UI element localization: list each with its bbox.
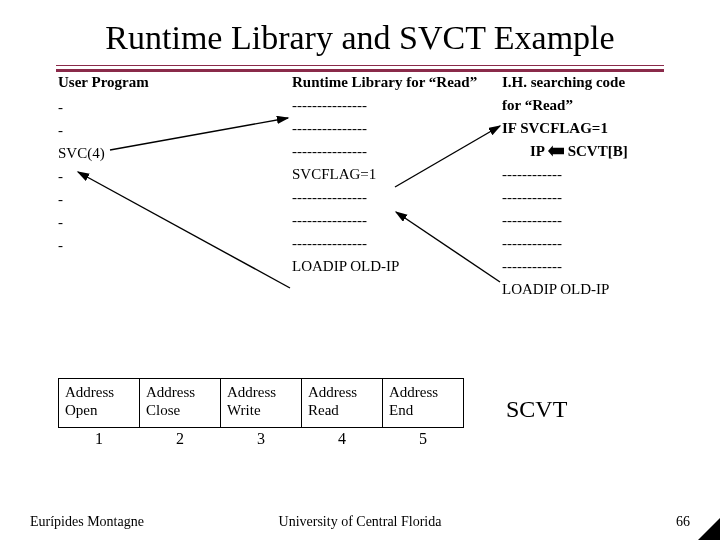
jump-prefix: IP <box>530 143 548 159</box>
ih-header: I.H. searching code <box>502 72 702 93</box>
index: 3 <box>220 430 302 448</box>
code-line: - <box>58 235 228 256</box>
ip-scvt-jump: IP SCVT[B] <box>502 141 702 162</box>
loadip-old-ip: LOADIP OLD-IP <box>502 279 702 300</box>
index: 4 <box>301 430 383 448</box>
scvt-indices: 1 2 3 4 5 <box>58 430 464 448</box>
code-line: - <box>58 212 228 233</box>
code-line: ------------ <box>502 164 702 185</box>
main-content: User Program - - SVC(4) - - - - Runtime … <box>0 72 720 88</box>
user-program-column: User Program - - SVC(4) - - - - <box>58 72 228 258</box>
scvt-cell-close: AddressClose <box>139 378 221 428</box>
code-line: - <box>58 120 228 141</box>
author-name: Eurípides Montagne <box>30 514 144 530</box>
code-line: --------------- <box>292 95 492 116</box>
code-line: --------------- <box>292 141 492 162</box>
scvt-cell-read: AddressRead <box>301 378 383 428</box>
left-arrow-icon <box>548 144 564 158</box>
code-line: ------------ <box>502 256 702 277</box>
loadip-old-ip: LOADIP OLD-IP <box>292 256 492 277</box>
ih-searching-column: I.H. searching code for “Read” IF SVCFLA… <box>502 72 702 302</box>
code-line: - <box>58 97 228 118</box>
scvt-table: AddressOpen AddressClose AddressWrite Ad… <box>58 378 464 428</box>
code-line: ------------ <box>502 210 702 231</box>
scvt-cell-write: AddressWrite <box>220 378 302 428</box>
page-number: 66 <box>676 514 690 530</box>
scvt-cell-end: AddressEnd <box>382 378 464 428</box>
index: 5 <box>382 430 464 448</box>
code-line: --------------- <box>292 210 492 231</box>
if-svcflag: IF SVCFLAG=1 <box>502 118 702 139</box>
code-line: --------------- <box>292 233 492 254</box>
svcflag-set: SVCFLAG=1 <box>292 164 492 185</box>
ih-sub: for “Read” <box>502 95 702 116</box>
scvt-label: SCVT <box>506 396 567 423</box>
jump-suffix: SCVT[B] <box>564 143 628 159</box>
scvt-cell-open: AddressOpen <box>58 378 140 428</box>
code-line: - <box>58 189 228 210</box>
runtime-library-column: Runtime Library for “Read” -------------… <box>292 72 492 279</box>
svc-call: SVC(4) <box>58 143 228 164</box>
code-line: ------------ <box>502 187 702 208</box>
code-line: - <box>58 166 228 187</box>
page-corner-icon <box>698 518 720 540</box>
index: 1 <box>58 430 140 448</box>
code-line: ------------ <box>502 233 702 254</box>
university-name: University of Central Florida <box>279 514 442 530</box>
code-line: --------------- <box>292 118 492 139</box>
user-program-header: User Program <box>58 72 228 93</box>
slide-title: Runtime Library and SVCT Example <box>0 0 720 63</box>
code-line: --------------- <box>292 187 492 208</box>
index: 2 <box>139 430 221 448</box>
runtime-library-header: Runtime Library for “Read” <box>292 72 492 93</box>
